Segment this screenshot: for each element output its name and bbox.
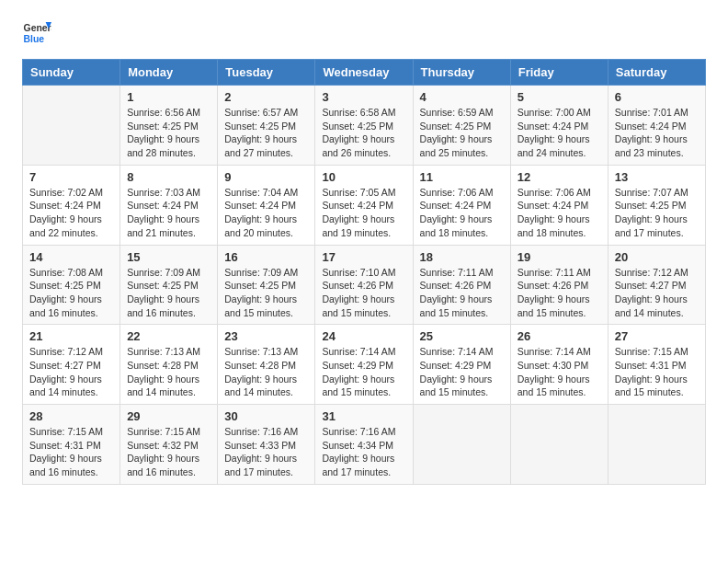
calendar-cell (413, 405, 510, 485)
calendar-cell: 24Sunrise: 7:14 AMSunset: 4:29 PMDayligh… (315, 325, 413, 405)
day-info: Sunrise: 7:02 AMSunset: 4:24 PMDaylight:… (29, 186, 113, 240)
day-number: 25 (420, 329, 504, 343)
calendar-cell: 18Sunrise: 7:11 AMSunset: 4:26 PMDayligh… (413, 245, 510, 325)
calendar-cell: 4Sunrise: 6:59 AMSunset: 4:25 PMDaylight… (413, 86, 510, 166)
calendar-cell: 8Sunrise: 7:03 AMSunset: 4:24 PMDaylight… (120, 165, 218, 245)
day-info: Sunrise: 7:10 AMSunset: 4:26 PMDaylight:… (322, 266, 405, 320)
calendar-week-row: 7Sunrise: 7:02 AMSunset: 4:24 PMDaylight… (23, 165, 706, 245)
day-info: Sunrise: 7:04 AMSunset: 4:24 PMDaylight:… (224, 186, 308, 240)
day-number: 9 (224, 170, 308, 184)
day-number: 15 (127, 250, 210, 264)
day-number: 3 (322, 90, 405, 104)
calendar-cell: 23Sunrise: 7:13 AMSunset: 4:28 PMDayligh… (218, 325, 315, 405)
day-info: Sunrise: 6:58 AMSunset: 4:25 PMDaylight:… (322, 106, 405, 160)
column-header-thursday: Thursday (413, 60, 510, 86)
column-header-saturday: Saturday (608, 60, 705, 86)
calendar-cell: 22Sunrise: 7:13 AMSunset: 4:28 PMDayligh… (120, 325, 218, 405)
calendar-cell: 19Sunrise: 7:11 AMSunset: 4:26 PMDayligh… (510, 245, 608, 325)
calendar-cell: 9Sunrise: 7:04 AMSunset: 4:24 PMDaylight… (218, 165, 315, 245)
page-header: General Blue (22, 18, 706, 48)
day-info: Sunrise: 7:06 AMSunset: 4:24 PMDaylight:… (420, 186, 504, 240)
day-number: 10 (322, 170, 405, 184)
day-number: 14 (29, 250, 113, 264)
day-info: Sunrise: 7:16 AMSunset: 4:33 PMDaylight:… (224, 425, 308, 479)
day-number: 23 (224, 329, 308, 343)
day-number: 5 (518, 90, 601, 104)
calendar-cell: 3Sunrise: 6:58 AMSunset: 4:25 PMDaylight… (315, 86, 413, 166)
day-info: Sunrise: 6:56 AMSunset: 4:25 PMDaylight:… (127, 106, 210, 160)
day-info: Sunrise: 7:15 AMSunset: 4:31 PMDaylight:… (29, 425, 113, 479)
day-number: 17 (322, 250, 405, 264)
day-number: 30 (224, 409, 308, 423)
calendar-cell: 15Sunrise: 7:09 AMSunset: 4:25 PMDayligh… (120, 245, 218, 325)
day-number: 24 (322, 329, 405, 343)
day-number: 28 (29, 409, 113, 423)
day-info: Sunrise: 7:11 AMSunset: 4:26 PMDaylight:… (518, 266, 601, 320)
calendar-week-row: 14Sunrise: 7:08 AMSunset: 4:25 PMDayligh… (23, 245, 706, 325)
day-number: 29 (127, 409, 210, 423)
day-number: 26 (518, 329, 601, 343)
calendar-week-row: 1Sunrise: 6:56 AMSunset: 4:25 PMDaylight… (23, 86, 706, 166)
calendar-cell: 28Sunrise: 7:15 AMSunset: 4:31 PMDayligh… (23, 405, 120, 485)
calendar-cell: 17Sunrise: 7:10 AMSunset: 4:26 PMDayligh… (315, 245, 413, 325)
calendar-cell: 26Sunrise: 7:14 AMSunset: 4:30 PMDayligh… (510, 325, 608, 405)
calendar-header-row: SundayMondayTuesdayWednesdayThursdayFrid… (23, 60, 706, 86)
day-number: 7 (29, 170, 113, 184)
day-number: 21 (29, 329, 113, 343)
day-info: Sunrise: 7:16 AMSunset: 4:34 PMDaylight:… (322, 425, 405, 479)
day-number: 18 (420, 250, 504, 264)
day-number: 27 (615, 329, 699, 343)
calendar-cell: 25Sunrise: 7:14 AMSunset: 4:29 PMDayligh… (413, 325, 510, 405)
day-info: Sunrise: 7:00 AMSunset: 4:24 PMDaylight:… (518, 106, 601, 160)
calendar-cell: 20Sunrise: 7:12 AMSunset: 4:27 PMDayligh… (608, 245, 705, 325)
day-info: Sunrise: 7:14 AMSunset: 4:29 PMDaylight:… (420, 345, 504, 399)
day-number: 1 (127, 90, 210, 104)
calendar-cell (608, 405, 705, 485)
day-info: Sunrise: 7:08 AMSunset: 4:25 PMDaylight:… (29, 266, 113, 320)
day-info: Sunrise: 7:06 AMSunset: 4:24 PMDaylight:… (518, 186, 601, 240)
calendar-table: SundayMondayTuesdayWednesdayThursdayFrid… (22, 59, 706, 485)
calendar-cell: 11Sunrise: 7:06 AMSunset: 4:24 PMDayligh… (413, 165, 510, 245)
logo-icon: General Blue (22, 18, 51, 48)
day-number: 2 (224, 90, 308, 104)
calendar-cell: 14Sunrise: 7:08 AMSunset: 4:25 PMDayligh… (23, 245, 120, 325)
day-number: 12 (518, 170, 601, 184)
day-number: 20 (615, 250, 699, 264)
day-info: Sunrise: 7:14 AMSunset: 4:30 PMDaylight:… (518, 345, 601, 399)
column-header-wednesday: Wednesday (315, 60, 413, 86)
day-info: Sunrise: 7:14 AMSunset: 4:29 PMDaylight:… (322, 345, 405, 399)
calendar-cell: 31Sunrise: 7:16 AMSunset: 4:34 PMDayligh… (315, 405, 413, 485)
day-number: 16 (224, 250, 308, 264)
day-number: 11 (420, 170, 504, 184)
day-number: 4 (420, 90, 504, 104)
day-number: 6 (615, 90, 699, 104)
column-header-friday: Friday (510, 60, 608, 86)
day-info: Sunrise: 7:09 AMSunset: 4:25 PMDaylight:… (127, 266, 210, 320)
column-header-tuesday: Tuesday (218, 60, 315, 86)
day-number: 22 (127, 329, 210, 343)
day-info: Sunrise: 7:12 AMSunset: 4:27 PMDaylight:… (615, 266, 699, 320)
calendar-cell: 16Sunrise: 7:09 AMSunset: 4:25 PMDayligh… (218, 245, 315, 325)
calendar-cell: 1Sunrise: 6:56 AMSunset: 4:25 PMDaylight… (120, 86, 218, 166)
calendar-cell: 27Sunrise: 7:15 AMSunset: 4:31 PMDayligh… (608, 325, 705, 405)
day-info: Sunrise: 7:11 AMSunset: 4:26 PMDaylight:… (420, 266, 504, 320)
calendar-cell: 29Sunrise: 7:15 AMSunset: 4:32 PMDayligh… (120, 405, 218, 485)
calendar-cell: 21Sunrise: 7:12 AMSunset: 4:27 PMDayligh… (23, 325, 120, 405)
day-info: Sunrise: 7:13 AMSunset: 4:28 PMDaylight:… (127, 345, 210, 399)
day-info: Sunrise: 7:05 AMSunset: 4:24 PMDaylight:… (322, 186, 405, 240)
day-info: Sunrise: 7:09 AMSunset: 4:25 PMDaylight:… (224, 266, 308, 320)
day-number: 13 (615, 170, 699, 184)
day-info: Sunrise: 7:13 AMSunset: 4:28 PMDaylight:… (224, 345, 308, 399)
day-info: Sunrise: 7:01 AMSunset: 4:24 PMDaylight:… (615, 106, 699, 160)
calendar-cell: 6Sunrise: 7:01 AMSunset: 4:24 PMDaylight… (608, 86, 705, 166)
calendar-cell: 30Sunrise: 7:16 AMSunset: 4:33 PMDayligh… (218, 405, 315, 485)
calendar-week-row: 21Sunrise: 7:12 AMSunset: 4:27 PMDayligh… (23, 325, 706, 405)
day-number: 8 (127, 170, 210, 184)
day-info: Sunrise: 7:15 AMSunset: 4:31 PMDaylight:… (615, 345, 699, 399)
calendar-cell: 2Sunrise: 6:57 AMSunset: 4:25 PMDaylight… (218, 86, 315, 166)
calendar-cell: 7Sunrise: 7:02 AMSunset: 4:24 PMDaylight… (23, 165, 120, 245)
day-info: Sunrise: 7:03 AMSunset: 4:24 PMDaylight:… (127, 186, 210, 240)
day-info: Sunrise: 6:59 AMSunset: 4:25 PMDaylight:… (420, 106, 504, 160)
calendar-cell (23, 86, 120, 166)
day-info: Sunrise: 7:12 AMSunset: 4:27 PMDaylight:… (29, 345, 113, 399)
